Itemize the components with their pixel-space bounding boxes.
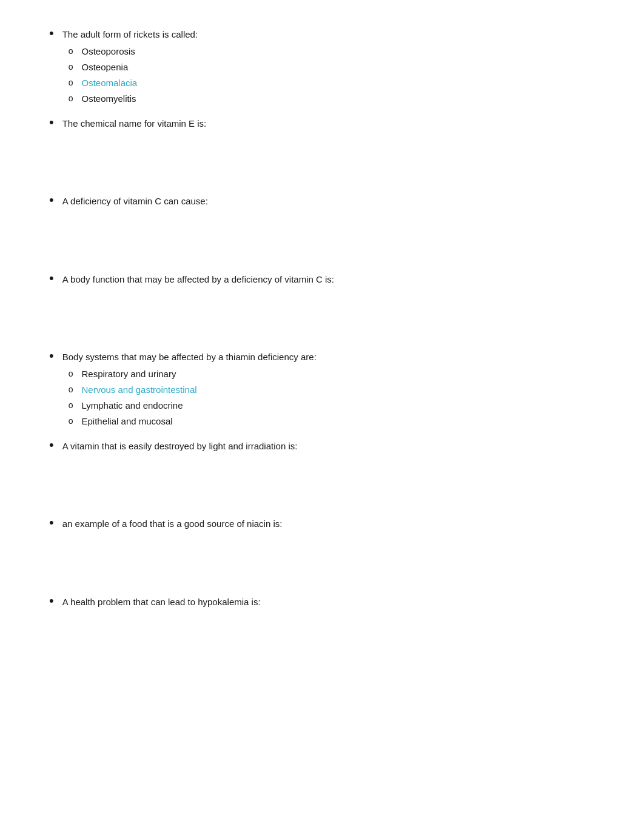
list-item-vitamin-light: •A vitamin that is easily destroyed by l…	[49, 436, 595, 454]
content-area: •The adult form of rickets is called:oOs…	[49, 24, 595, 627]
item-text-vitamin-c-deficiency: A deficiency of vitamin C can cause:	[62, 196, 208, 206]
sub-item-text: Lymphatic and endocrine	[82, 398, 183, 413]
sub-list-item: oLymphatic and endocrine	[69, 398, 595, 413]
main-list: •The adult form of rickets is called:oOs…	[49, 24, 595, 627]
sub-item-text: Osteomyelitis	[82, 92, 136, 106]
sub-item-text: Osteopenia	[82, 60, 129, 75]
list-item-thiamin-deficiency: •Body systems that may be affected by a …	[49, 347, 595, 430]
item-text-vitamin-c-body-function: A body function that may be affected by …	[62, 274, 334, 284]
item-text-hypokalemia: A health problem that can lead to hypoka…	[62, 597, 261, 607]
spacer	[49, 459, 595, 508]
sub-bullet-icon: o	[69, 398, 73, 412]
sub-bullet-icon: o	[69, 60, 73, 73]
item-text-vitamin-e: The chemical name for vitamin E is:	[62, 118, 207, 129]
item-text-niacin-food: an example of a food that is a good sour…	[62, 518, 283, 529]
sub-list-item: oRespiratory and urinary	[69, 367, 595, 381]
list-item-vitamin-c-body-function: •A body function that may be affected by…	[49, 269, 595, 287]
bullet-icon: •	[49, 115, 54, 130]
item-text-vitamin-light: A vitamin that is easily destroyed by li…	[62, 441, 298, 451]
sub-item-text: Epithelial and mucosal	[82, 414, 173, 429]
spacer	[49, 136, 595, 185]
item-text-rickets: The adult form of rickets is called:	[62, 29, 198, 39]
list-item-vitamin-e: •The chemical name for vitamin E is:	[49, 113, 595, 131]
spacer	[49, 537, 595, 586]
bullet-icon: •	[49, 192, 54, 208]
list-item-vitamin-c-deficiency: •A deficiency of vitamin C can cause:	[49, 191, 595, 209]
sub-item-text: Osteomalacia	[82, 76, 138, 90]
sub-list-item: oOsteopenia	[69, 60, 595, 75]
sub-list-thiamin-deficiency: oRespiratory and urinaryoNervous and gas…	[69, 367, 595, 429]
sub-item-text: Osteoporosis	[82, 44, 135, 59]
sub-bullet-icon: o	[69, 367, 73, 380]
sub-list-item: oEpithelial and mucosal	[69, 414, 595, 429]
list-item-hypokalemia: •A health problem that can lead to hypok…	[49, 592, 595, 609]
bullet-icon: •	[49, 270, 54, 286]
sub-bullet-icon: o	[69, 92, 73, 105]
sub-bullet-icon: o	[69, 76, 73, 89]
sub-bullet-icon: o	[69, 44, 73, 58]
sub-list-item: oOsteoporosis	[69, 44, 595, 59]
bullet-icon: •	[49, 348, 54, 364]
sub-list-item: oOsteomyelitis	[69, 92, 595, 106]
bullet-icon: •	[49, 593, 54, 609]
bullet-icon: •	[49, 25, 54, 41]
spacer	[49, 215, 595, 263]
sub-list-item: oNervous and gastrointestinal	[69, 383, 595, 397]
sub-item-text: Nervous and gastrointestinal	[82, 383, 197, 397]
sub-bullet-icon: o	[69, 414, 73, 428]
small-spacer	[49, 615, 595, 627]
sub-item-text: Respiratory and urinary	[82, 367, 176, 381]
list-item-niacin-food: •an example of a food that is a good sou…	[49, 514, 595, 531]
list-item-rickets: •The adult form of rickets is called:oOs…	[49, 24, 595, 107]
sub-bullet-icon: o	[69, 383, 73, 396]
bullet-icon: •	[49, 515, 54, 531]
bullet-icon: •	[49, 437, 54, 453]
item-text-thiamin-deficiency: Body systems that may be affected by a t…	[62, 352, 317, 362]
sub-list-rickets: oOsteoporosisoOsteopeniaoOsteomalaciaoOs…	[69, 44, 595, 106]
spacer	[49, 292, 595, 341]
sub-list-item: oOsteomalacia	[69, 76, 595, 90]
